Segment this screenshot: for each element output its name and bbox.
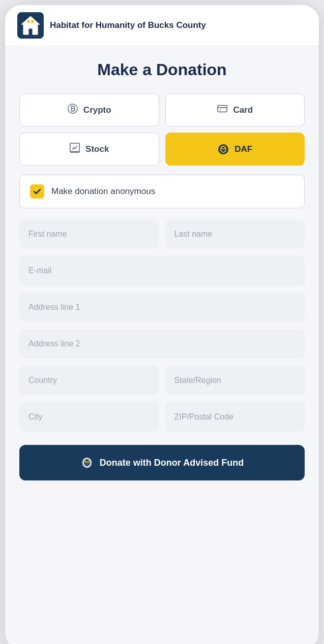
payment-card-button[interactable]: Card [165, 93, 305, 126]
city-zip-row [19, 402, 305, 432]
svg-point-2 [27, 20, 30, 23]
address2-field-wrapper [19, 329, 305, 359]
payment-crypto-button[interactable]: Crypto [19, 93, 159, 126]
logo-icon [17, 12, 44, 39]
header-title: Habitat for Humanity of Bucks County [50, 20, 206, 30]
address1-input[interactable] [19, 293, 305, 322]
payment-daf-button[interactable]: DAF [165, 133, 305, 166]
anonymous-label: Make donation anonymous [51, 186, 155, 197]
page-title: Make a Donation [19, 60, 305, 79]
address1-field-wrapper [19, 293, 305, 322]
address2-input[interactable] [19, 329, 305, 359]
last-name-input[interactable] [165, 219, 305, 249]
payment-stock-button[interactable]: Stock [19, 133, 159, 166]
submit-label: Donate with Donor Advised Fund [100, 458, 244, 468]
name-row [19, 219, 305, 249]
country-state-row [19, 366, 305, 395]
card-label: Card [233, 105, 253, 115]
submit-button[interactable]: Donate with Donor Advised Fund [19, 445, 305, 480]
city-input[interactable] [19, 402, 159, 432]
daf-label: DAF [234, 144, 252, 154]
crypto-label: Crypto [83, 105, 111, 115]
email-input[interactable] [19, 256, 305, 285]
card-icon [217, 103, 228, 117]
daf-icon [217, 143, 229, 155]
bitcoin-icon [67, 103, 78, 117]
payment-type-grid: Crypto Card [19, 93, 305, 166]
submit-daf-icon [80, 456, 94, 469]
state-input[interactable] [165, 366, 305, 395]
checkbox-checked-icon [30, 184, 44, 199]
svg-rect-5 [218, 106, 227, 112]
main-content: Make a Donation Crypto [5, 46, 319, 644]
phone-container: Habitat for Humanity of Bucks County Mak… [5, 5, 319, 644]
email-field-wrapper [19, 256, 305, 285]
stock-icon [69, 142, 80, 156]
header: Habitat for Humanity of Bucks County [5, 5, 319, 46]
first-name-input[interactable] [19, 219, 159, 249]
zip-input[interactable] [165, 402, 305, 432]
svg-point-3 [31, 20, 34, 23]
stock-label: Stock [85, 144, 109, 154]
anonymous-checkbox-row[interactable]: Make donation anonymous [19, 175, 305, 208]
country-input[interactable] [19, 366, 159, 395]
logo [17, 12, 44, 39]
